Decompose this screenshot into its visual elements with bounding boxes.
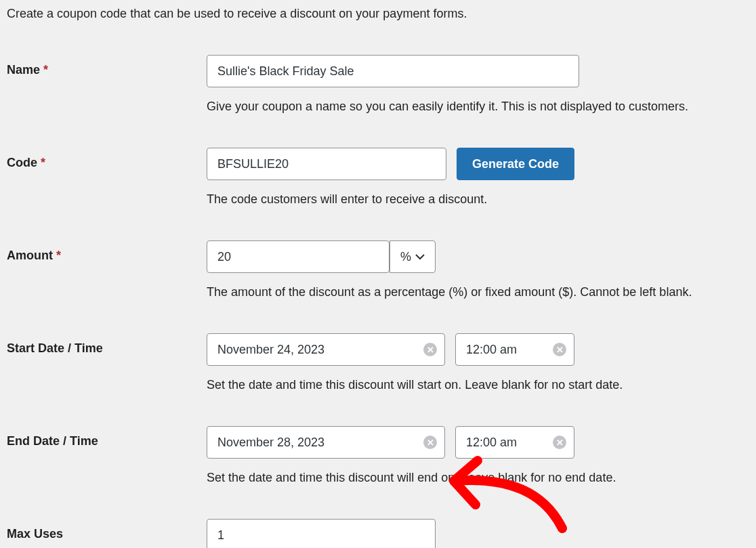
label-max-uses: Max Uses	[7, 519, 207, 541]
required-star: *	[56, 249, 61, 262]
clear-icon[interactable]: ✕	[553, 436, 566, 449]
end-date-input[interactable]	[207, 426, 445, 459]
start-date-input[interactable]	[207, 333, 445, 366]
required-star: *	[43, 63, 48, 77]
row-start-date: Start Date / Time ✕ ✕ Set the date and t…	[7, 333, 749, 392]
end-help: Set the date and time this discount will…	[207, 471, 749, 485]
row-end-date: End Date / Time ✕ ✕ Set the date and tim…	[7, 426, 749, 485]
row-amount: Amount * % The amount of the discount as…	[7, 240, 749, 299]
row-code: Code * Generate Code The code customers …	[7, 148, 749, 207]
amount-help: The amount of the discount as a percenta…	[207, 285, 749, 299]
name-help: Give your coupon a name so you can easil…	[207, 100, 749, 114]
max-uses-input[interactable]	[207, 519, 436, 548]
code-input[interactable]	[207, 148, 446, 180]
name-input[interactable]	[207, 55, 579, 87]
row-max-uses: Max Uses The total number of times this …	[7, 519, 749, 548]
label-name: Name *	[7, 55, 207, 77]
code-help: The code customers will enter to receive…	[207, 192, 749, 207]
generate-code-button[interactable]: Generate Code	[457, 148, 574, 180]
start-help: Set the date and time this discount will…	[207, 378, 749, 392]
chevron-down-icon	[415, 251, 425, 262]
clear-icon[interactable]: ✕	[423, 436, 437, 449]
label-end-date: End Date / Time	[7, 426, 207, 448]
row-name: Name * Give your coupon a name so you ca…	[7, 55, 749, 114]
label-code: Code *	[7, 148, 207, 170]
amount-unit-label: %	[400, 250, 411, 264]
required-star: *	[41, 156, 45, 169]
label-amount: Amount *	[7, 240, 207, 263]
label-start-date: Start Date / Time	[7, 333, 207, 356]
clear-icon[interactable]: ✕	[553, 343, 566, 356]
amount-unit-select[interactable]: %	[390, 240, 436, 273]
intro-text: Create a coupon code that can be used to…	[7, 7, 749, 21]
amount-input[interactable]	[207, 240, 390, 273]
clear-icon[interactable]: ✕	[423, 343, 437, 356]
